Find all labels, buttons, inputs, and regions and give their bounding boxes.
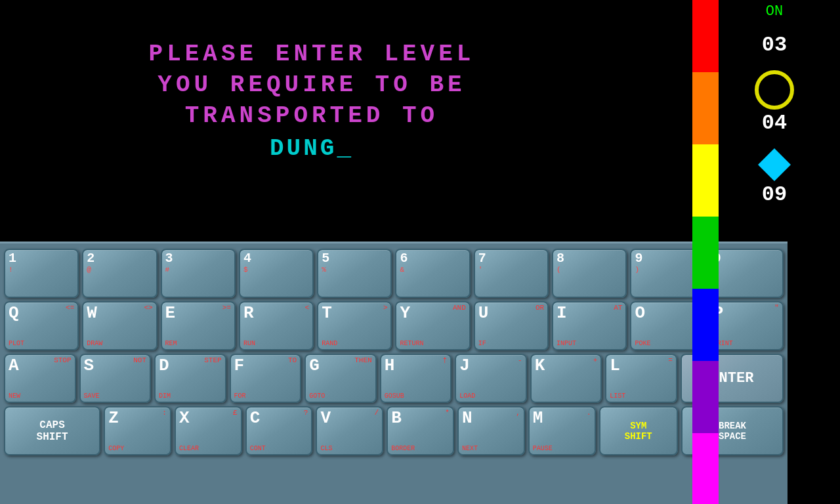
- key-t[interactable]: T > RAND: [317, 301, 392, 350]
- key-sym-label: SYMSHIFT: [625, 421, 652, 442]
- key-b-bottom: BORDER: [391, 446, 415, 452]
- key-j[interactable]: J - LOAD: [455, 354, 527, 403]
- key-3-sub: #: [165, 266, 170, 274]
- key-z[interactable]: Z : COPY: [104, 406, 171, 455]
- key-k-main: K: [535, 357, 545, 374]
- key-l[interactable]: L = LIST: [605, 354, 677, 403]
- key-1[interactable]: 1 !: [4, 249, 79, 298]
- key-h-topright: †: [443, 357, 448, 364]
- key-l-main: L: [610, 357, 620, 374]
- key-3[interactable]: 3 #: [161, 249, 236, 298]
- key-r[interactable]: R < RUN: [239, 301, 314, 350]
- key-c[interactable]: C ? CONT: [245, 406, 313, 455]
- key-x-topright: £: [233, 410, 238, 417]
- zxcv-row: CAPSSHIFT Z : COPY X £ CLEAR C ? CONT V …: [4, 406, 784, 455]
- key-w-topright: <>: [144, 304, 152, 312]
- key-s-main: S: [84, 357, 94, 374]
- key-m-main: M: [533, 410, 543, 427]
- key-t-bottom: RAND: [322, 341, 337, 347]
- key-i-main: I: [556, 304, 567, 322]
- key-3-main: 3: [165, 252, 173, 265]
- key-l-topright: =: [668, 357, 673, 364]
- key-m-topright: .: [587, 410, 591, 417]
- key-d[interactable]: D STEP DIM: [154, 354, 226, 403]
- key-u-topright: OR: [536, 304, 544, 312]
- key-v[interactable]: V / CLS: [316, 406, 383, 455]
- svg-rect-6: [692, 433, 719, 504]
- key-c-main: C: [250, 410, 261, 427]
- key-8[interactable]: 8 (: [552, 249, 627, 298]
- key-e-main: E: [165, 304, 176, 322]
- key-4[interactable]: 4 $: [239, 249, 314, 298]
- key-z-main: Z: [108, 410, 119, 427]
- key-d-bottom: DIM: [159, 393, 171, 400]
- key-0[interactable]: 0 _: [709, 249, 784, 298]
- key-p[interactable]: P " PRINT: [709, 301, 784, 350]
- key-y[interactable]: Y AND RETURN: [395, 301, 470, 350]
- score-diamond: 09: [758, 148, 791, 207]
- key-i[interactable]: I AT INPUT: [552, 301, 627, 350]
- key-z-topright: :: [162, 410, 167, 417]
- key-a-main: A: [9, 357, 19, 374]
- svg-rect-3: [692, 217, 719, 289]
- key-r-main: R: [243, 304, 254, 322]
- key-6[interactable]: 6 &: [395, 249, 470, 298]
- key-6-main: 6: [400, 252, 408, 265]
- key-o-bottom: POKE: [635, 341, 650, 347]
- key-7-main: 7: [478, 252, 486, 265]
- key-4-sub: $: [243, 266, 248, 274]
- key-n[interactable]: N , NEXT: [457, 406, 525, 455]
- key-e[interactable]: E >= REM: [161, 301, 236, 350]
- key-h-main: H: [385, 357, 395, 374]
- key-s[interactable]: S NOT SAVE: [79, 354, 152, 403]
- key-f[interactable]: F TO FOR: [230, 354, 302, 403]
- key-q[interactable]: Q <= PLOT: [4, 301, 79, 350]
- key-l-bottom: LIST: [610, 393, 625, 400]
- key-q-bottom: PLOT: [9, 341, 24, 347]
- svg-rect-5: [692, 361, 719, 433]
- game-line2: YOU REQUIRE TO BE: [0, 70, 623, 101]
- key-q-topright: <=: [66, 304, 74, 312]
- key-8-sub: (: [556, 266, 561, 274]
- key-1-main: 1: [9, 252, 16, 265]
- key-j-topright: -: [518, 357, 522, 364]
- key-y-topright: AND: [453, 304, 466, 312]
- key-e-bottom: REM: [165, 341, 177, 347]
- key-8-main: 8: [556, 252, 564, 265]
- key-2[interactable]: 2 @: [82, 249, 157, 298]
- diamond-icon: [758, 148, 791, 181]
- key-k-topright: +: [593, 357, 598, 364]
- key-2-main: 2: [87, 252, 94, 265]
- key-v-main: V: [320, 410, 331, 427]
- key-w-main: W: [87, 304, 97, 322]
- key-u[interactable]: U OR IF: [474, 301, 549, 350]
- key-n-bottom: NEXT: [462, 446, 478, 452]
- rainbow-decoration: [692, 0, 719, 504]
- key-i-bottom: INPUT: [556, 341, 576, 347]
- key-k[interactable]: K +: [530, 354, 602, 403]
- score-panel: ON 03 04 09: [709, 0, 840, 240]
- key-7[interactable]: 7 ': [474, 249, 549, 298]
- key-x[interactable]: X £ CLEAR: [175, 406, 242, 455]
- key-w-bottom: DRAW: [87, 341, 102, 347]
- key-b[interactable]: B * BORDER: [387, 406, 454, 455]
- key-b-main: B: [391, 410, 402, 427]
- score-09-value: 09: [762, 182, 787, 207]
- svg-rect-0: [692, 0, 719, 72]
- qwerty-row: Q <= PLOT W <> DRAW E >= REM R < RUN T >…: [4, 301, 784, 350]
- asdf-row: A STOP NEW S NOT SAVE D STEP DIM F TO FO…: [4, 354, 784, 403]
- key-caps-shift[interactable]: CAPSSHIFT: [4, 406, 100, 455]
- key-w[interactable]: W <> DRAW: [82, 301, 157, 350]
- key-y-bottom: RETURN: [400, 341, 423, 347]
- key-a-topright: STOP: [54, 357, 71, 364]
- number-row: 1 ! 2 @ 3 # 4 $ 5 % 6 & 7 ' 8 (: [4, 249, 784, 298]
- key-g[interactable]: G THEN GOTO: [304, 354, 377, 403]
- key-sym-shift[interactable]: SYMSHIFT: [599, 406, 679, 455]
- key-a[interactable]: A STOP NEW: [4, 354, 76, 403]
- key-o-main: O: [635, 304, 645, 322]
- key-m[interactable]: M . PAUSE: [528, 406, 596, 455]
- key-5[interactable]: 5 %: [317, 249, 392, 298]
- key-h[interactable]: H † GOSUB: [380, 354, 452, 403]
- game-text: PLEASE ENTER LEVEL YOU REQUIRE TO BE TRA…: [0, 39, 623, 167]
- keyboard: 1 ! 2 @ 3 # 4 $ 5 % 6 & 7 ' 8 (: [0, 242, 788, 504]
